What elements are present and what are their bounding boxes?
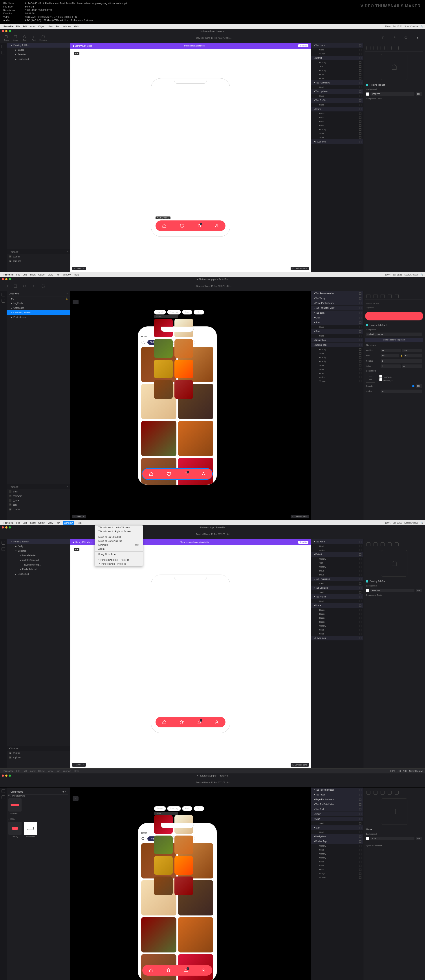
- tool-image[interactable]: Image: [11, 34, 19, 42]
- interaction-trigger[interactable]: ▾ Favourites: [311, 139, 363, 144]
- interaction-trigger[interactable]: ▾ Home: [311, 107, 363, 111]
- floating-tabbar[interactable]: 1: [155, 220, 225, 231]
- menu-insert[interactable]: Insert: [30, 25, 36, 28]
- device-frame-toggle[interactable]: ☐ Device Frame: [290, 267, 309, 270]
- tool-cloud[interactable]: [402, 34, 410, 42]
- menu-object[interactable]: Object: [38, 25, 45, 28]
- interaction-action[interactable]: ⋮ Scale: [311, 632, 363, 636]
- dd-move-lg[interactable]: Move to LG Ultra HD: [95, 535, 143, 539]
- traffic-lights[interactable]: [0, 29, 13, 33]
- interaction-action[interactable]: ⋮ Text: [311, 561, 363, 565]
- interaction-trigger[interactable]: ▾ Navigation: [311, 834, 363, 839]
- interaction-trigger[interactable]: ▾ Tap Profile: [311, 594, 363, 599]
- interaction-action[interactable]: ⋮ Reset: [311, 116, 363, 119]
- search-icon[interactable]: [141, 340, 145, 344]
- interaction-action[interactable]: ⋮ Assign: [311, 375, 363, 379]
- minimize-button[interactable]: [5, 30, 8, 32]
- interaction-trigger[interactable]: ▾ Double Tap: [311, 343, 363, 347]
- tab-bell-icon[interactable]: 1: [197, 224, 201, 228]
- var-counter[interactable]: Ncounter: [6, 255, 70, 259]
- interaction-trigger[interactable]: ▾ Navigation: [311, 338, 363, 342]
- interaction-action[interactable]: ⋮ Scale: [311, 368, 363, 371]
- interaction-action[interactable]: ⋮ Send: [311, 821, 363, 826]
- pill-savoury[interactable]: Savoury: [167, 310, 181, 315]
- interaction-trigger[interactable]: ▾ Page Photostream: [311, 301, 363, 305]
- dd-window-2[interactable]: ✓ PieterestApp - ProtoPie: [95, 562, 143, 566]
- interaction-trigger[interactable]: ▾ Tap For Detail View: [311, 305, 363, 310]
- ptab-1[interactable]: [366, 46, 370, 50]
- tool-share[interactable]: [391, 34, 399, 42]
- interaction-trigger[interactable]: ▾ Home: [311, 603, 363, 608]
- menu-file[interactable]: File: [16, 25, 20, 28]
- tool-preview[interactable]: [379, 34, 387, 42]
- interaction-action[interactable]: ⋮ Opacity: [311, 565, 363, 569]
- interaction-action[interactable]: ⋮ Opacity: [311, 60, 363, 65]
- interaction-action[interactable]: ⋮ Send: [311, 94, 363, 98]
- interaction-trigger[interactable]: ▾ Tap Favourites: [311, 80, 363, 85]
- scene-header[interactable]: DetailView⋯: [6, 291, 70, 296]
- interaction-trigger[interactable]: ▾ Tap Favourites: [311, 577, 363, 581]
- zoom-controls[interactable]: −100%+: [72, 267, 86, 270]
- interaction-action[interactable]: ⋮ Scale: [311, 860, 363, 864]
- interaction-action[interactable]: ⋮ Move: [311, 371, 363, 375]
- dd-tile-right[interactable]: Tile Window to Right of Screen: [95, 530, 143, 533]
- interaction-trigger[interactable]: ▾ Chain: [311, 812, 363, 816]
- tool-shape[interactable]: Shape: [2, 34, 10, 42]
- cta-group[interactable]: ▾ CTA: [8, 818, 68, 820]
- interaction-trigger[interactable]: ▾ Tap Back: [311, 807, 363, 811]
- tree-selected[interactable]: ▸ Selected: [6, 52, 70, 57]
- app-name[interactable]: ProtoPie: [3, 25, 13, 28]
- dd-minimize[interactable]: Minimize⌘M: [95, 543, 143, 547]
- interaction-action[interactable]: ⋮ Opacity: [311, 557, 363, 561]
- interaction-action[interactable]: ⋮ Send: [311, 48, 363, 52]
- pill-sweet[interactable]: Sweet: [154, 310, 166, 315]
- menu-window[interactable]: Window: [63, 25, 71, 28]
- interaction-action[interactable]: ⋮ Send: [311, 334, 363, 338]
- app-group[interactable]: ▾ ⬥ PieterestApp: [8, 795, 68, 797]
- interaction-action[interactable]: ⋮ Scale: [311, 352, 363, 355]
- interaction-action[interactable]: ⋮ Send: [311, 544, 363, 548]
- interaction-trigger[interactable]: ▾ Start: [311, 816, 363, 821]
- food-image[interactable]: [141, 421, 176, 456]
- interaction-action[interactable]: ⋮ Send: [311, 590, 363, 594]
- pill-more[interactable]: Ch...: [193, 310, 204, 315]
- interaction-action[interactable]: ⋮ Opacity: [311, 856, 363, 860]
- prop-bg-color[interactable]: #FFFFFF100: [365, 91, 423, 97]
- tool-run[interactable]: [414, 282, 422, 290]
- tool-oval[interactable]: [21, 282, 29, 290]
- tree-badge[interactable]: ▸ Badge: [6, 48, 70, 52]
- interaction-trigger[interactable]: ▾ Tap Home: [311, 43, 363, 48]
- menu-help[interactable]: Help: [74, 25, 79, 28]
- menu-edit[interactable]: Edit: [23, 25, 27, 28]
- interaction-trigger[interactable]: ▾ Page Photostream: [311, 797, 363, 802]
- tab-profile-icon[interactable]: [214, 224, 219, 228]
- interaction-action[interactable]: ⋮ Move: [311, 868, 363, 872]
- tree-root[interactable]: ▸ Floating TabBar: [6, 43, 70, 48]
- user-menu[interactable]: SparqCreative: [404, 25, 419, 28]
- interaction-action[interactable]: ⋮ Reset: [311, 119, 363, 124]
- tool-shape[interactable]: [2, 282, 10, 290]
- tool-text[interactable]: T: [30, 282, 38, 290]
- interaction-trigger[interactable]: ▾ Start: [311, 320, 363, 325]
- tool-preview[interactable]: [379, 282, 387, 290]
- menu-window-active[interactable]: Window: [63, 521, 74, 525]
- interaction-action[interactable]: ⋮ Send: [311, 103, 363, 107]
- tab-home-icon[interactable]: [162, 224, 167, 228]
- dd-bring-front[interactable]: Bring All to Front: [95, 552, 143, 556]
- canvas-back-button[interactable]: ←: [73, 300, 79, 304]
- interaction-action[interactable]: ⋮ Assign: [311, 872, 363, 876]
- variables-header[interactable]: ▸ Variable +: [6, 249, 70, 255]
- interaction-trigger[interactable]: ▾ Tap For Detail View: [311, 802, 363, 807]
- interaction-action[interactable]: ⋮ Opacity: [311, 127, 363, 132]
- interaction-action[interactable]: ⋮ Move: [311, 573, 363, 577]
- phone-mockup[interactable]: Floating TabBar 1: [151, 78, 230, 237]
- interaction-action[interactable]: ⋮ Send: [311, 325, 363, 329]
- interaction-trigger[interactable]: ▾ Tap Today: [311, 296, 363, 301]
- interaction-action[interactable]: ⋮ Reset: [311, 620, 363, 624]
- interaction-action[interactable]: ⋮ Move: [311, 72, 363, 76]
- interaction-action[interactable]: ⋮ Vibrate: [311, 379, 363, 383]
- interaction-action[interactable]: ⋮ Send: [311, 830, 363, 834]
- tool-image[interactable]: [11, 282, 19, 290]
- interaction-action[interactable]: ⋮ Send: [311, 599, 363, 603]
- interaction-action[interactable]: ⋮ Opacity: [311, 624, 363, 628]
